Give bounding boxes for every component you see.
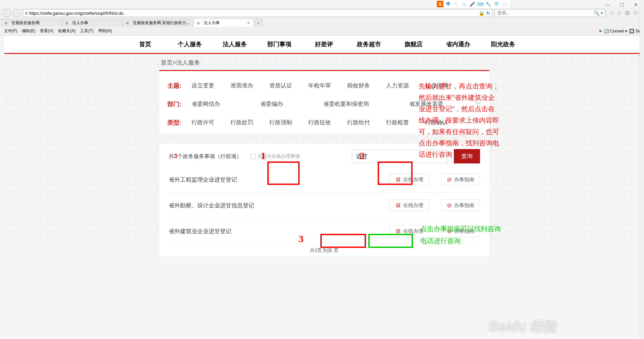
online-process-button[interactable]: 🖥在线办理 bbox=[389, 199, 429, 211]
result-item: 省外勘察、设计企业进甘信息登记 🖥在线办理 ⊘办事指南 bbox=[169, 193, 480, 218]
menu-file[interactable]: 文件(F) bbox=[3, 27, 18, 35]
ime-keyboard-icon[interactable]: ⌨ bbox=[477, 1, 484, 7]
guide-button[interactable]: ⊘办事指南 bbox=[441, 174, 480, 186]
monitor-icon: 🖥 bbox=[395, 176, 401, 183]
filter-opt[interactable]: 设立变更 bbox=[192, 82, 214, 89]
filter-opt[interactable]: 准营准办 bbox=[230, 82, 253, 89]
maximize-button[interactable]: ☐ bbox=[618, 1, 626, 8]
filter-opt[interactable]: 行政检查 bbox=[386, 119, 409, 126]
filter-opt[interactable]: 税收财务 bbox=[347, 82, 370, 89]
monitor-icon: 🖥 bbox=[395, 202, 401, 209]
filter-opt[interactable]: 行政许可 bbox=[192, 119, 214, 126]
menu-edit[interactable]: 编辑(E) bbox=[20, 27, 37, 35]
guide-button[interactable]: ⊘办事指南 bbox=[441, 199, 480, 211]
result-title[interactable]: 省外建筑业企业进甘登记 bbox=[169, 227, 231, 235]
filter-opt[interactable]: 资质认证 bbox=[269, 82, 292, 89]
result-title[interactable]: 省外工程监理企业进甘登记 bbox=[169, 176, 237, 184]
tab-icon: e bbox=[197, 21, 202, 25]
window-controls: — ☐ ✕ bbox=[602, 0, 641, 9]
smile-icon[interactable]: ☺ bbox=[633, 9, 639, 17]
filter-opt[interactable]: 人力资源 bbox=[386, 82, 409, 89]
new-tab-button[interactable]: ▫ bbox=[254, 19, 262, 27]
annotation-note-2: 点击办事指南可以找到咨询电话进行咨询 bbox=[420, 223, 501, 247]
result-title[interactable]: 省外勘察、设计企业进甘信息登记 bbox=[169, 202, 254, 209]
ime-logo-icon: S bbox=[437, 1, 443, 7]
breadcrumb[interactable]: 首页>法人服务 bbox=[159, 54, 489, 70]
tab-3[interactable]: e法人办事✕ bbox=[194, 19, 254, 27]
nav-legal[interactable]: 法人服务 bbox=[212, 36, 257, 53]
filter-type-label: 类型: bbox=[167, 119, 192, 127]
forward-button[interactable]: → bbox=[13, 9, 21, 17]
annotation-num-2: 2 bbox=[360, 150, 365, 161]
ime-mic-icon[interactable]: 🎤 bbox=[469, 1, 476, 7]
ime-skin-icon[interactable]: 👕 bbox=[493, 1, 500, 7]
tab-2[interactable]: e甘肃政务服务网 其他行政权力... bbox=[123, 19, 193, 27]
nav-review[interactable]: 好差评 bbox=[302, 36, 346, 53]
filter-opt[interactable]: 行政强制 bbox=[269, 119, 292, 126]
tab-0[interactable]: e甘肃政务服务网 bbox=[1, 19, 62, 27]
tab-icon: e bbox=[5, 21, 10, 25]
compass-icon: ⊘ bbox=[447, 202, 452, 209]
nav-home[interactable]: 首页 bbox=[123, 36, 168, 53]
monitor-icon: 🖥 bbox=[395, 228, 401, 235]
filter-opt[interactable]: 省委机要和保密局 bbox=[323, 100, 369, 108]
filter-opt[interactable]: 年检年审 bbox=[308, 82, 331, 89]
refresh-icon[interactable]: ↻ bbox=[486, 10, 490, 16]
lock-icon[interactable]: 🔒 bbox=[479, 10, 484, 16]
favorites-icon[interactable]: ☆ bbox=[616, 9, 622, 17]
ime-menu-icon[interactable]: ⬚ bbox=[501, 1, 508, 7]
filter-opt[interactable]: 行政处罚 bbox=[230, 119, 253, 126]
scrollbar[interactable] bbox=[640, 0, 644, 256]
ime-emoji-icon[interactable]: ☺ bbox=[461, 1, 468, 7]
browser-chrome: ← → e https://zwfw.gansu.gov.cn/gszwfw/s… bbox=[0, 7, 644, 36]
result-item: 省外工程监理企业进甘登记 🖥在线办理 ⊘办事指南 bbox=[169, 167, 480, 193]
ime-zhong-icon[interactable]: 中 bbox=[445, 1, 451, 7]
close-button[interactable]: ✕ bbox=[632, 1, 640, 8]
minimize-button[interactable]: — bbox=[604, 1, 612, 8]
filter-opt[interactable]: 行政给付 bbox=[347, 119, 370, 126]
tab-icon: e bbox=[66, 21, 70, 25]
nav-flagship[interactable]: 旗舰店 bbox=[391, 36, 436, 53]
main-nav: 首页 个人服务 法人服务 部门事项 好差评 政务超市 旗舰店 省内通办 阳光政务 bbox=[4, 36, 644, 54]
tab-close-icon[interactable]: ✕ bbox=[247, 21, 250, 25]
tab-icon: e bbox=[126, 21, 131, 25]
menu-help[interactable]: 帮助(H) bbox=[97, 27, 113, 35]
annotation-num-1: 1 bbox=[261, 150, 266, 161]
nav-market[interactable]: 政务超市 bbox=[346, 36, 391, 53]
convert-button[interactable]: 🔄 Convert ▾ bbox=[604, 29, 628, 33]
annotation-num-3: 3 bbox=[299, 233, 304, 245]
filter-opt[interactable]: 省委编办 bbox=[260, 100, 283, 108]
checkbox-icon bbox=[251, 154, 256, 159]
settings-icon[interactable]: ⚙ bbox=[625, 9, 630, 17]
ie-icon: e bbox=[25, 10, 28, 16]
ime-toolbar: S 中 °, ☺ 🎤 ⌨ 🔧 👕 ⬚ bbox=[435, 0, 510, 8]
online-process-button[interactable]: 🖥在线办理 bbox=[389, 174, 429, 186]
results-count: 共3个政务服务事项（行权项） bbox=[169, 153, 242, 160]
extension-close-icon[interactable]: ✕ bbox=[599, 29, 602, 33]
back-button[interactable]: ← bbox=[3, 9, 11, 17]
nav-sunshine[interactable]: 阳光政务 bbox=[481, 36, 525, 53]
compass-icon: ⊘ bbox=[447, 176, 452, 183]
online-only-checkbox[interactable]: 仅显示在线办理事项 bbox=[251, 153, 300, 159]
ime-tool-icon[interactable]: 🔧 bbox=[485, 1, 492, 7]
home-icon[interactable]: ⌂ bbox=[610, 9, 614, 17]
nav-dept[interactable]: 部门事项 bbox=[257, 36, 302, 53]
filter-opt[interactable]: 行政征收 bbox=[308, 119, 331, 126]
ime-punct-icon[interactable]: °, bbox=[453, 1, 460, 7]
filter-topic-label: 主题: bbox=[167, 82, 192, 90]
filter-opt[interactable]: 省委网信办 bbox=[192, 100, 220, 108]
browser-search-input[interactable]: 搜索... 🔍 ▾ bbox=[495, 9, 605, 17]
tabs-bar: e甘肃政务服务网 e法人办事 e甘肃政务服务网 其他行政权力... e法人办事✕… bbox=[0, 19, 644, 27]
menu-bar: 文件(F) 编辑(E) 查看(V) 收藏夹(A) 工具(T) 帮助(H) ✕ 🔄… bbox=[0, 27, 644, 35]
nav-province[interactable]: 省内通办 bbox=[436, 36, 481, 53]
menu-tools[interactable]: 工具(T) bbox=[79, 27, 95, 35]
url-text: https://zwfw.gansu.gov.cn/gszwfw/ssqd/fr… bbox=[29, 11, 477, 16]
annotation-note-1: 先输入进甘，再点击查询，然后就出来"省外建筑业企业进甘登记"，然后点击在线办理，… bbox=[419, 80, 499, 160]
tab-1[interactable]: e法人办事 bbox=[62, 19, 122, 27]
filter-dept-label: 部门: bbox=[167, 100, 192, 108]
nav-personal[interactable]: 个人服务 bbox=[168, 36, 212, 53]
address-bar[interactable]: e https://zwfw.gansu.gov.cn/gszwfw/ssqd/… bbox=[23, 9, 493, 17]
menu-favorites[interactable]: 收藏夹(A) bbox=[57, 27, 77, 35]
menu-view[interactable]: 查看(V) bbox=[39, 27, 55, 35]
